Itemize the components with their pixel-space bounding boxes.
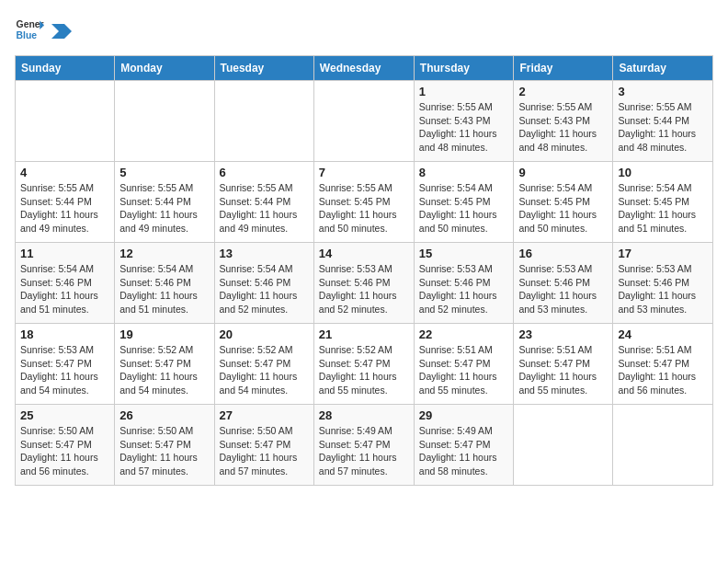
calendar-cell: 5Sunrise: 5:55 AM Sunset: 5:44 PM Daylig… (115, 162, 214, 243)
calendar-week-row: 18Sunrise: 5:53 AM Sunset: 5:47 PM Dayli… (16, 324, 713, 405)
day-number: 23 (518, 327, 608, 341)
calendar-cell: 27Sunrise: 5:50 AM Sunset: 5:47 PM Dayli… (214, 405, 313, 486)
calendar-cell: 2Sunrise: 5:55 AM Sunset: 5:43 PM Daylig… (514, 81, 613, 162)
calendar-cell: 23Sunrise: 5:51 AM Sunset: 5:47 PM Dayli… (514, 324, 613, 405)
weekday-header-tuesday: Tuesday (214, 56, 313, 81)
day-info: Sunrise: 5:53 AM Sunset: 5:46 PM Dayligh… (518, 262, 608, 316)
day-number: 13 (220, 247, 309, 260)
day-number: 19 (119, 327, 209, 341)
calendar-cell: 19Sunrise: 5:52 AM Sunset: 5:47 PM Dayli… (115, 324, 214, 405)
weekday-header-wednesday: Wednesday (313, 56, 414, 81)
calendar-cell: 11Sunrise: 5:54 AM Sunset: 5:46 PM Dayli… (16, 243, 115, 324)
calendar-week-row: 1Sunrise: 5:55 AM Sunset: 5:43 PM Daylig… (16, 81, 713, 162)
logo-arrow (51, 24, 72, 39)
day-info: Sunrise: 5:51 AM Sunset: 5:47 PM Dayligh… (618, 343, 708, 397)
day-number: 8 (419, 166, 509, 179)
calendar-week-row: 11Sunrise: 5:54 AM Sunset: 5:46 PM Dayli… (16, 243, 713, 324)
day-number: 1 (419, 85, 509, 98)
calendar-cell: 8Sunrise: 5:54 AM Sunset: 5:45 PM Daylig… (414, 162, 514, 243)
day-number: 25 (20, 408, 109, 422)
calendar-cell (16, 81, 115, 162)
day-info: Sunrise: 5:54 AM Sunset: 5:45 PM Dayligh… (419, 181, 509, 236)
day-info: Sunrise: 5:49 AM Sunset: 5:47 PM Dayligh… (319, 424, 409, 478)
day-number: 24 (618, 327, 708, 341)
day-number: 26 (119, 408, 209, 422)
calendar-cell: 29Sunrise: 5:49 AM Sunset: 5:47 PM Dayli… (414, 405, 514, 486)
logo-icon: General Blue (15, 15, 44, 44)
day-number: 22 (419, 327, 509, 341)
day-number: 16 (518, 247, 608, 260)
calendar-cell: 6Sunrise: 5:55 AM Sunset: 5:44 PM Daylig… (214, 162, 313, 243)
weekday-header-sunday: Sunday (16, 56, 115, 81)
day-info: Sunrise: 5:55 AM Sunset: 5:45 PM Dayligh… (319, 181, 409, 236)
day-info: Sunrise: 5:49 AM Sunset: 5:47 PM Dayligh… (419, 424, 509, 478)
day-info: Sunrise: 5:54 AM Sunset: 5:45 PM Dayligh… (618, 181, 708, 236)
day-number: 3 (618, 85, 708, 98)
day-info: Sunrise: 5:54 AM Sunset: 5:46 PM Dayligh… (220, 262, 309, 316)
calendar-cell: 17Sunrise: 5:53 AM Sunset: 5:46 PM Dayli… (613, 243, 713, 324)
day-number: 2 (518, 85, 608, 98)
weekday-header-monday: Monday (115, 56, 214, 81)
day-number: 11 (20, 247, 109, 260)
day-number: 29 (419, 408, 509, 422)
calendar-cell: 7Sunrise: 5:55 AM Sunset: 5:45 PM Daylig… (313, 162, 414, 243)
calendar-cell (613, 405, 713, 486)
calendar-week-row: 4Sunrise: 5:55 AM Sunset: 5:44 PM Daylig… (16, 162, 713, 243)
calendar-cell: 13Sunrise: 5:54 AM Sunset: 5:46 PM Dayli… (214, 243, 313, 324)
calendar-cell: 4Sunrise: 5:55 AM Sunset: 5:44 PM Daylig… (16, 162, 115, 243)
day-info: Sunrise: 5:50 AM Sunset: 5:47 PM Dayligh… (220, 424, 309, 478)
calendar-cell: 9Sunrise: 5:54 AM Sunset: 5:45 PM Daylig… (514, 162, 613, 243)
calendar-cell: 21Sunrise: 5:52 AM Sunset: 5:47 PM Dayli… (313, 324, 414, 405)
day-number: 6 (220, 166, 309, 179)
weekday-header-row: SundayMondayTuesdayWednesdayThursdayFrid… (16, 56, 713, 81)
calendar-cell: 28Sunrise: 5:49 AM Sunset: 5:47 PM Dayli… (313, 405, 414, 486)
day-info: Sunrise: 5:53 AM Sunset: 5:46 PM Dayligh… (319, 262, 409, 316)
day-info: Sunrise: 5:52 AM Sunset: 5:47 PM Dayligh… (119, 343, 209, 397)
calendar-cell: 12Sunrise: 5:54 AM Sunset: 5:46 PM Dayli… (115, 243, 214, 324)
weekday-header-thursday: Thursday (414, 56, 514, 81)
calendar-cell: 1Sunrise: 5:55 AM Sunset: 5:43 PM Daylig… (414, 81, 514, 162)
day-number: 15 (419, 247, 509, 260)
day-info: Sunrise: 5:51 AM Sunset: 5:47 PM Dayligh… (518, 343, 608, 397)
day-info: Sunrise: 5:50 AM Sunset: 5:47 PM Dayligh… (20, 424, 109, 478)
day-number: 21 (319, 327, 409, 341)
calendar-cell: 20Sunrise: 5:52 AM Sunset: 5:47 PM Dayli… (214, 324, 313, 405)
day-number: 14 (319, 247, 409, 260)
day-number: 9 (518, 166, 608, 179)
day-info: Sunrise: 5:55 AM Sunset: 5:43 PM Dayligh… (419, 100, 509, 155)
calendar-cell: 14Sunrise: 5:53 AM Sunset: 5:46 PM Dayli… (313, 243, 414, 324)
logo: General Blue (15, 15, 72, 44)
calendar-cell: 18Sunrise: 5:53 AM Sunset: 5:47 PM Dayli… (16, 324, 115, 405)
svg-marker-3 (51, 24, 72, 39)
day-number: 17 (618, 247, 708, 260)
day-info: Sunrise: 5:51 AM Sunset: 5:47 PM Dayligh… (419, 343, 509, 397)
day-number: 28 (319, 408, 409, 422)
day-number: 10 (618, 166, 708, 179)
calendar-cell (214, 81, 313, 162)
calendar-table: SundayMondayTuesdayWednesdayThursdayFrid… (15, 55, 713, 486)
day-info: Sunrise: 5:55 AM Sunset: 5:44 PM Dayligh… (119, 181, 209, 236)
day-info: Sunrise: 5:54 AM Sunset: 5:45 PM Dayligh… (518, 181, 608, 236)
day-info: Sunrise: 5:52 AM Sunset: 5:47 PM Dayligh… (319, 343, 409, 397)
calendar-cell (514, 405, 613, 486)
day-info: Sunrise: 5:55 AM Sunset: 5:44 PM Dayligh… (618, 100, 708, 155)
weekday-header-friday: Friday (514, 56, 613, 81)
calendar-cell: 15Sunrise: 5:53 AM Sunset: 5:46 PM Dayli… (414, 243, 514, 324)
day-info: Sunrise: 5:55 AM Sunset: 5:44 PM Dayligh… (20, 181, 109, 236)
day-number: 18 (20, 327, 109, 341)
day-number: 7 (319, 166, 409, 179)
calendar-week-row: 25Sunrise: 5:50 AM Sunset: 5:47 PM Dayli… (16, 405, 713, 486)
day-info: Sunrise: 5:54 AM Sunset: 5:46 PM Dayligh… (119, 262, 209, 316)
calendar-cell: 26Sunrise: 5:50 AM Sunset: 5:47 PM Dayli… (115, 405, 214, 486)
day-info: Sunrise: 5:54 AM Sunset: 5:46 PM Dayligh… (20, 262, 109, 316)
calendar-cell (313, 81, 414, 162)
day-number: 27 (220, 408, 309, 422)
calendar-cell: 16Sunrise: 5:53 AM Sunset: 5:46 PM Dayli… (514, 243, 613, 324)
day-number: 5 (119, 166, 209, 179)
calendar-cell: 3Sunrise: 5:55 AM Sunset: 5:44 PM Daylig… (613, 81, 713, 162)
calendar-cell: 25Sunrise: 5:50 AM Sunset: 5:47 PM Dayli… (16, 405, 115, 486)
day-info: Sunrise: 5:55 AM Sunset: 5:44 PM Dayligh… (220, 181, 309, 236)
calendar-cell: 22Sunrise: 5:51 AM Sunset: 5:47 PM Dayli… (414, 324, 514, 405)
day-info: Sunrise: 5:55 AM Sunset: 5:43 PM Dayligh… (518, 100, 608, 155)
svg-text:Blue: Blue (17, 30, 38, 40)
